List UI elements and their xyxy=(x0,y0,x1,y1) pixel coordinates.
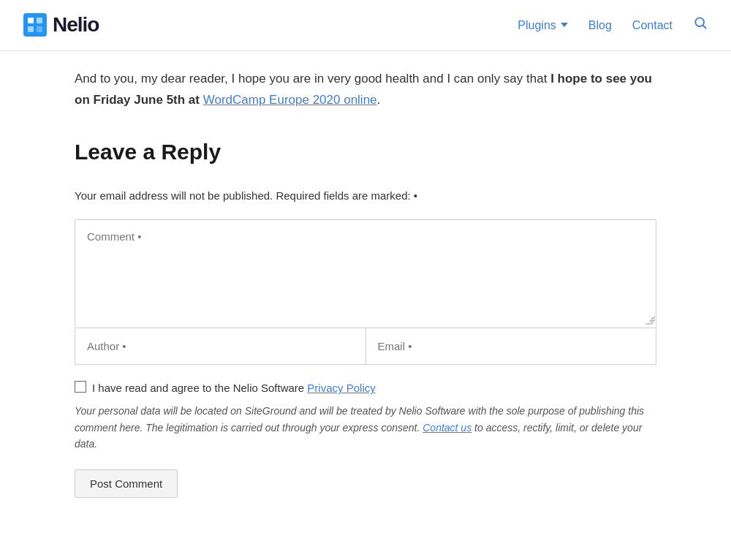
privacy-check-row: I have read and agree to the Nelio Softw… xyxy=(75,379,656,397)
svg-rect-2 xyxy=(37,18,42,23)
svg-line-6 xyxy=(703,25,706,28)
contact-link[interactable]: Contact xyxy=(632,16,673,35)
chevron-down-icon xyxy=(561,23,568,27)
required-note: Your email address will not be published… xyxy=(75,187,656,205)
article-paragraph: And to you, my dear reader, I hope you a… xyxy=(75,69,656,111)
submit-row: Post Comment xyxy=(75,469,656,498)
reply-section: Leave a Reply Your email address will no… xyxy=(75,135,656,499)
svg-rect-0 xyxy=(23,13,47,37)
plugins-link[interactable]: Plugins xyxy=(518,16,567,35)
privacy-policy-link-text: Privacy Policy xyxy=(307,382,375,394)
email-field-wrapper xyxy=(366,328,656,364)
reply-title: Leave a Reply xyxy=(75,135,656,170)
author-input[interactable] xyxy=(75,328,366,364)
wordcamp-link[interactable]: WordCamp Europe 2020 online xyxy=(203,93,377,107)
article-period: . xyxy=(377,93,381,107)
privacy-note: Your personal data will be located on Si… xyxy=(75,403,656,452)
privacy-checkbox[interactable] xyxy=(75,381,86,393)
privacy-label-prefix: I have read and agree to the Nelio Softw… xyxy=(92,382,307,394)
contact-us-link[interactable]: Contact us xyxy=(423,422,471,434)
contact-label: Contact xyxy=(632,19,673,31)
contact-us-link-text: Contact us xyxy=(423,422,471,434)
nav-links: Plugins Blog Contact xyxy=(518,15,708,36)
author-field-wrapper xyxy=(75,328,366,364)
main-nav: Nelio Plugins Blog Contact xyxy=(0,0,731,51)
blog-label: Blog xyxy=(588,19,612,31)
search-icon[interactable] xyxy=(693,15,708,36)
author-email-row xyxy=(75,328,656,365)
plugins-label: Plugins xyxy=(518,16,556,35)
email-input[interactable] xyxy=(366,328,656,364)
comment-textarea[interactable] xyxy=(75,220,656,322)
svg-rect-3 xyxy=(28,26,34,32)
logo-text: Nelio xyxy=(53,9,99,42)
post-comment-label: Post Comment xyxy=(90,477,162,490)
logo-link[interactable]: Nelio xyxy=(23,9,99,42)
comment-textarea-wrapper xyxy=(75,219,656,329)
logo-icon xyxy=(23,13,47,37)
resize-handle xyxy=(645,317,653,325)
wordcamp-link-text: WordCamp Europe 2020 online xyxy=(203,93,377,107)
privacy-policy-link[interactable]: Privacy Policy xyxy=(307,382,375,394)
post-comment-button[interactable]: Post Comment xyxy=(75,469,178,498)
privacy-section: I have read and agree to the Nelio Softw… xyxy=(75,379,656,469)
article-text-prefix: And to you, my dear reader, I hope you a… xyxy=(75,72,550,86)
comment-form: I have read and agree to the Nelio Softw… xyxy=(75,219,656,499)
svg-rect-4 xyxy=(37,26,42,32)
main-content: And to you, my dear reader, I hope you a… xyxy=(51,51,680,542)
privacy-label: I have read and agree to the Nelio Softw… xyxy=(92,379,376,397)
blog-link[interactable]: Blog xyxy=(588,16,612,35)
svg-rect-1 xyxy=(28,18,34,23)
